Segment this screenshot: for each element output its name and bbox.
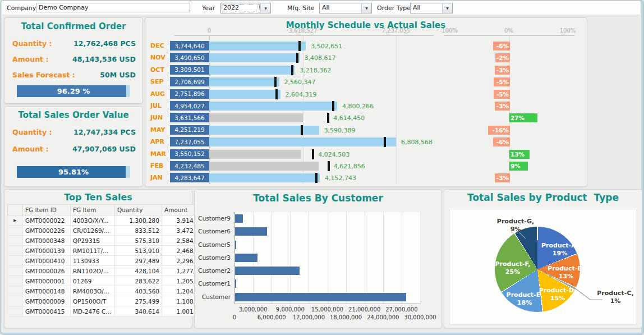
table-cell: GMT0000148	[23, 286, 71, 296]
table-cell: 297,489	[115, 256, 162, 266]
row-selector[interactable]	[8, 226, 23, 236]
schedule-value-box: 4,283,647	[170, 173, 209, 182]
table-cell: GMT0000348	[23, 236, 71, 246]
customer-bar	[235, 254, 257, 262]
row-selector[interactable]	[8, 296, 23, 306]
row-selector[interactable]	[8, 256, 23, 266]
schedule-bar	[209, 66, 295, 75]
schedule-bar	[209, 77, 279, 86]
category-label: Customer2	[196, 267, 231, 274]
chart-title: Total Sales by Product Type	[444, 192, 642, 203]
value-axis-line	[174, 35, 434, 36]
amount-value: 48,143,536 USD	[72, 55, 136, 63]
gridline	[290, 212, 291, 304]
schedule-value-box: 4,954,027	[170, 101, 209, 111]
actual-value-label: 4,152,743	[325, 175, 356, 182]
panel-title: Top Ten Sales	[4, 192, 192, 203]
schedule-bar	[209, 90, 280, 99]
order-type-value: All	[411, 3, 442, 13]
variance-badge: -2%	[495, 53, 510, 62]
table-cell: 513,910	[115, 246, 162, 256]
row-selector[interactable]	[8, 246, 23, 256]
order-type-select[interactable]: All ▼	[410, 3, 453, 13]
pie-label: Product-B,13%	[542, 265, 590, 281]
table-cell: GMT0000415	[23, 306, 71, 316]
year-select[interactable]: 2022 ▼	[220, 3, 271, 13]
pct-axis-tick: 0%	[489, 27, 528, 34]
actual-value-label: 2,560,347	[284, 79, 316, 86]
pct-axis-tick: 100%	[548, 27, 587, 34]
chevron-down-icon[interactable]: ▼	[260, 3, 270, 13]
row-selector[interactable]	[8, 286, 23, 296]
table-row[interactable]: GMT0000148RM4003O/...403,5601,204,377	[8, 286, 209, 296]
table-cell: 283,622	[115, 276, 162, 286]
company-input[interactable]	[36, 3, 190, 12]
gridline	[365, 212, 365, 304]
row-selector[interactable]	[8, 306, 23, 316]
table-cell: GMT0000139	[23, 246, 71, 256]
mfg-site-select[interactable]: All ▼	[319, 3, 372, 13]
chevron-down-icon[interactable]: ▼	[361, 3, 371, 13]
schedule-bar	[209, 150, 301, 159]
schedule-value-box: 2,706,699	[170, 77, 209, 86]
row-selector-header[interactable]	[8, 205, 23, 215]
actual-marker	[384, 137, 386, 147]
table-row[interactable]: GMT0000026RN1102O/...428,1041,277,815	[8, 266, 209, 276]
top-ten-table: FG Item IDFG ItemQuantityAmount▶GMT00000…	[7, 204, 209, 316]
table-row[interactable]: GMT0000139RM1011T/...513,9102,468,851	[8, 246, 209, 256]
actual-marker	[274, 77, 277, 87]
variance-badge: -6%	[493, 42, 510, 51]
table-cell: GMT0000009	[23, 296, 71, 306]
month-label: JUL	[150, 102, 162, 109]
schedule-value-box: 3,744,640	[170, 41, 209, 51]
table-row[interactable]: GMT0000009QP1500O/T275,4991,108,861	[8, 296, 209, 306]
pct-axis-tick: -100%	[429, 27, 468, 34]
sales-forecast-label: Sales Forecast :	[12, 71, 75, 79]
table-cell: RM1011T/...	[71, 246, 115, 256]
table-row[interactable]: GMT000000101269283,6221,205,902	[8, 276, 209, 286]
actual-marker	[275, 89, 278, 99]
pie-label: Product-A,19%	[536, 242, 583, 258]
chevron-down-icon[interactable]: ▼	[442, 3, 452, 13]
row-selector[interactable]: ▶	[8, 215, 23, 226]
schedule-bar	[209, 173, 320, 182]
value-axis-tick: 0	[190, 27, 229, 34]
column-header[interactable]: FG Item ID	[23, 205, 71, 215]
x-axis-tick: 30,000,000	[398, 314, 443, 320]
table-cell: 403,560	[115, 286, 162, 296]
actual-marker	[328, 161, 330, 171]
year-value: 2022	[221, 3, 260, 13]
top-ten-sales-panel: Top Ten Sales FG Item IDFG ItemQuantityA…	[4, 189, 192, 328]
month-label: MAY	[150, 126, 165, 134]
table-row[interactable]: GMT0000226CR/01269/...833,5123,472,576	[8, 226, 209, 236]
actual-value-label: 3,590,389	[324, 127, 356, 134]
row-selector[interactable]	[8, 236, 23, 246]
customer-bar	[235, 279, 236, 288]
schedule-value-box: 2,751,896	[170, 89, 209, 99]
confirmed-order-progress: 96.29 %	[17, 85, 130, 97]
table-cell: CR/01269/...	[71, 226, 115, 236]
table-row[interactable]: ▶GMT00000224003O/X/Y...1,300,2803,914,47…	[8, 215, 209, 226]
month-label: JUN	[150, 114, 163, 121]
table-row[interactable]: GMT0000348QP2931S575,3102,584,657	[8, 236, 209, 246]
table-row[interactable]: GMT0000415MD-2476 C...340,6141,001,238	[8, 306, 209, 316]
month-label: OCT	[150, 66, 164, 74]
row-selector[interactable]	[8, 276, 23, 286]
table-cell: 340,614	[115, 306, 162, 316]
actual-value-label: 3,502,651	[311, 43, 342, 50]
sales-order-progress: 95.81%	[17, 166, 130, 178]
customer-bar	[235, 267, 300, 275]
category-label: Customer5	[196, 241, 231, 248]
panel-title: Total Sales Order Value	[4, 110, 142, 120]
table-cell: GMT0000001	[23, 276, 71, 286]
schedule-value-box: 3,631,566	[170, 113, 209, 122]
column-header[interactable]: FG Item	[71, 205, 115, 215]
total-sales-order-value-panel: Total Sales Order Value Quantity : 12,74…	[4, 106, 143, 187]
column-header[interactable]: Quantity	[115, 205, 162, 215]
schedule-bar	[209, 162, 319, 171]
month-label: DEC	[150, 42, 164, 49]
schedule-value-box: 3,309,501	[170, 65, 209, 75]
row-selector[interactable]	[8, 266, 23, 276]
actual-value-label: 4,614,450	[333, 114, 365, 122]
table-row[interactable]: GMT00004101130933297,4892,296,302	[8, 256, 209, 266]
